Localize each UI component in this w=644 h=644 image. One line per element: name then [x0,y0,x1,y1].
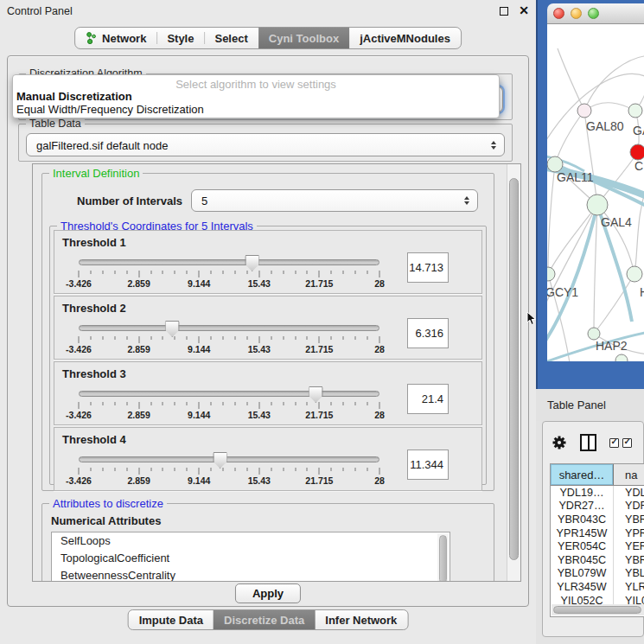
network-node-bottom-partial[interactable] [615,354,628,361]
tick-label: 21.715 [305,344,333,354]
table-cell: YLR3 [614,580,644,594]
column-header-shared[interactable]: shared… [551,464,614,485]
major-tick [79,402,80,409]
threshold-3-slider-thumb[interactable] [309,386,323,403]
bottom-tab-discretize-data[interactable]: Discretize Data [214,610,315,629]
threshold-3-value-field[interactable]: 21.4 [407,384,449,414]
threshold-4-slider-thumb[interactable] [213,452,227,469]
tab-network[interactable]: Network [75,28,156,48]
algorithm-popup-prompt: Select algorithm to view settings [13,75,499,90]
network-edge[interactable] [558,48,584,111]
network-node-gcy1[interactable] [547,267,555,281]
threshold-3-slider-track[interactable] [79,391,379,397]
minor-tick [102,271,103,274]
tab-label: Network [102,32,146,45]
gear-icon[interactable] [552,435,567,450]
tick-label: 2.859 [127,410,150,420]
threshold-2-value-field[interactable]: 6.316 [407,318,449,348]
minor-tick [271,271,271,274]
float-window-icon[interactable] [500,7,508,16]
threshold-1-slider-track[interactable] [79,259,379,265]
tab-select[interactable]: Select [204,28,258,48]
algorithm-option-equal-width-frequency-discretization[interactable]: Equal Width/Frequency Discretization [13,103,499,116]
network-edge[interactable] [555,111,584,164]
bottom-tab-impute-data[interactable]: Impute Data [129,610,214,629]
network-node-h-partial[interactable] [627,266,642,282]
attributes-list-scrollbar-thumb[interactable] [439,535,447,582]
network-node-red[interactable] [630,144,644,160]
threshold-2-slider-track[interactable] [79,325,379,331]
minor-tick [246,271,247,274]
table-horizontal-scrollbar[interactable] [552,604,644,615]
table-row[interactable]: YBR043CYBR0 [551,513,644,526]
threshold-1-slider-thumb[interactable] [245,255,259,271]
bottom-tab-infer-network[interactable]: Infer Network [315,610,407,629]
minor-tick [114,336,115,340]
major-tick [199,468,200,475]
table-cell: YDR2 [614,500,644,513]
table-row[interactable]: YLR345WYLR3 [551,580,644,594]
close-icon[interactable]: ✕ [519,3,529,17]
minor-tick [102,468,103,471]
table-row[interactable]: YER054CYER0 [551,539,644,553]
minor-tick [175,402,175,405]
close-traffic-light-icon[interactable] [553,8,564,19]
table-hscrollbar-thumb[interactable] [553,606,641,614]
number-of-intervals-value: 5 [201,194,207,207]
attributes-list-scrollbar[interactable] [437,533,449,582]
attribute-item-topologicalcoefficient[interactable]: TopologicalCoefficient [52,550,450,567]
network-edge[interactable] [548,164,555,274]
attribute-item-selfloops[interactable]: SelfLoops [52,532,450,550]
attribute-item-betweennesscentrality[interactable]: BetweennessCentrality [52,567,450,582]
minor-tick [187,402,188,405]
show-columns-icon[interactable] [580,434,596,451]
minor-tick [271,402,271,405]
apply-button[interactable]: Apply [235,583,301,603]
column-header-na[interactable]: na [614,464,644,485]
network-node-gal-partial[interactable] [628,104,642,118]
threshold-1-value-field[interactable]: 14.713 [407,252,449,283]
settings-vertical-scrollbar[interactable] [507,164,520,581]
minor-tick [211,271,212,274]
number-of-intervals-combobox[interactable]: 5 [191,189,478,212]
minor-tick [234,271,235,274]
network-edge[interactable] [584,55,644,111]
network-edge[interactable] [594,205,597,334]
tick-label: -3.426 [66,410,92,420]
network-node-label-red: C [634,159,643,173]
checkbox-icon[interactable] [622,438,632,448]
panel-title: Control Panel [7,5,73,17]
threshold-4-value-field[interactable]: 11.344 [407,450,449,480]
algorithm-option-manual-discretization[interactable]: Manual Discretization [13,90,499,103]
bottom-tab-label: Discretize Data [224,614,304,627]
table-row[interactable]: YBL079WYBL0 [551,567,644,581]
control-panel-tabbar: NetworkStyleSelectCyni ToolboxjActiveMNo… [74,27,462,49]
table-data-combobox[interactable]: galFiltered.sif default node [26,133,505,156]
network-edge[interactable] [584,103,635,111]
threshold-4-slider-track[interactable] [79,456,379,462]
table-row[interactable]: YDR27…YDR2 [551,500,644,513]
settings-scrollbar-thumb[interactable] [509,178,519,560]
minimize-traffic-light-icon[interactable] [571,8,582,19]
table-row[interactable]: YPR145WYPR1 [551,526,644,540]
threshold-2-slider-thumb[interactable] [165,321,180,337]
number-of-intervals-label: Number of Intervals [77,194,182,207]
major-tick [258,402,259,409]
tab-cyni-toolbox[interactable]: Cyni Toolbox [258,28,349,48]
table-row[interactable]: YDL19…YDL1 [551,486,644,500]
network-edge[interactable] [635,61,644,111]
minor-tick [163,336,163,340]
table-cell: YBR043C [551,513,614,526]
network-node-gal4[interactable] [587,194,608,215]
network-node-hap2[interactable] [588,328,600,340]
tab-jactivemnodules[interactable]: jActiveMNodules [349,28,461,48]
checkbox-icon[interactable] [609,438,619,448]
table-row[interactable]: YBR045CYBR0 [551,553,644,567]
zoom-traffic-light-icon[interactable] [588,8,599,19]
network-node-gal80[interactable] [577,104,591,118]
minor-tick [150,271,151,274]
network-canvas[interactable]: GAL80GACGAL11GAL4GCY1HHAP2 [547,24,644,361]
tab-style[interactable]: Style [156,28,204,48]
tab-label: Cyni Toolbox [269,32,339,45]
network-window-titlebar[interactable] [547,3,644,24]
